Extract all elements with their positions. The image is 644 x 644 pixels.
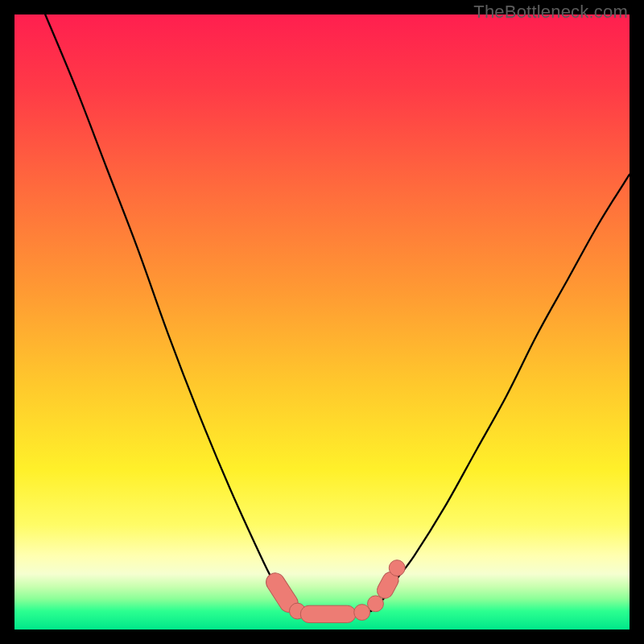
curve-overlay (14, 14, 630, 630)
watermark-label: TheBottleneck.com (473, 2, 628, 23)
curve-left-branch (45, 14, 297, 611)
marker-circle-3 (354, 605, 370, 621)
curve-right-branch (371, 175, 630, 611)
marker-circle-4 (368, 596, 384, 612)
marker-circle-6 (389, 560, 405, 576)
marker-capsule-2 (300, 605, 356, 622)
outer-frame: TheBottleneck.com (0, 0, 644, 644)
